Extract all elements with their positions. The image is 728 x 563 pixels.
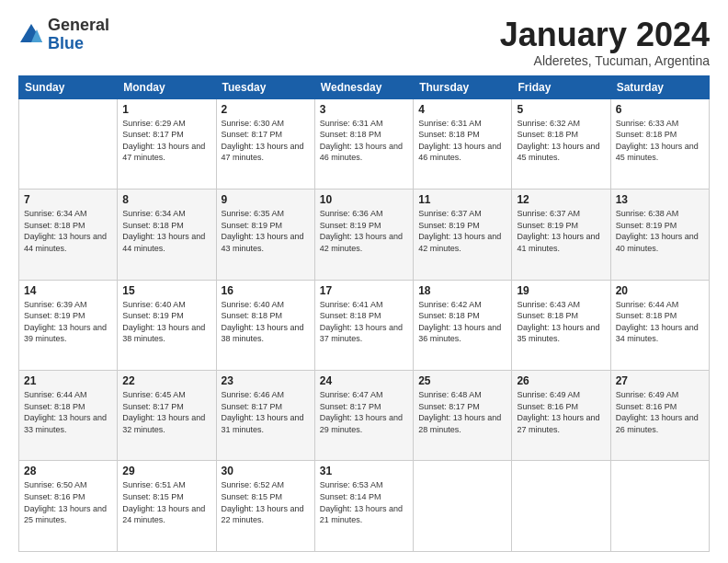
calendar-cell: 29Sunrise: 6:51 AMSunset: 8:15 PMDayligh… [118, 461, 216, 552]
sunset-text: Sunset: 8:18 PM [24, 221, 85, 230]
sunrise-text: Sunrise: 6:53 AM [320, 480, 383, 489]
calendar-cell: 5Sunrise: 6:32 AMSunset: 8:18 PMDaylight… [512, 98, 610, 189]
calendar-cell: 17Sunrise: 6:41 AMSunset: 8:18 PMDayligh… [314, 280, 413, 370]
calendar-cell: 23Sunrise: 6:46 AMSunset: 8:17 PMDayligh… [216, 371, 314, 461]
day-number: 27 [616, 374, 704, 387]
sunset-text: Sunset: 8:19 PM [517, 221, 578, 230]
day-info: Sunrise: 6:53 AMSunset: 8:14 PMDaylight:… [320, 479, 408, 525]
sunrise-text: Sunrise: 6:41 AM [320, 300, 383, 309]
day-number: 4 [418, 103, 506, 116]
calendar-week-5: 28Sunrise: 6:50 AMSunset: 8:16 PMDayligh… [19, 461, 710, 552]
calendar-header-row: Sunday Monday Tuesday Wednesday Thursday… [19, 75, 710, 98]
calendar-cell: 9Sunrise: 6:35 AMSunset: 8:19 PMDaylight… [216, 190, 314, 280]
daylight-text: Daylight: 13 hours and 45 minutes. [616, 142, 699, 163]
calendar-cell: 25Sunrise: 6:48 AMSunset: 8:17 PMDayligh… [414, 371, 512, 461]
day-info: Sunrise: 6:31 AMSunset: 8:18 PMDaylight:… [418, 118, 506, 164]
sunset-text: Sunset: 8:17 PM [122, 130, 184, 139]
day-number: 24 [320, 374, 408, 387]
sunset-text: Sunset: 8:16 PM [517, 402, 578, 411]
day-number: 31 [320, 465, 408, 477]
day-info: Sunrise: 6:47 AMSunset: 8:17 PMDaylight:… [320, 389, 408, 435]
day-info: Sunrise: 6:40 AMSunset: 8:19 PMDaylight:… [122, 299, 210, 345]
calendar-cell: 8Sunrise: 6:34 AMSunset: 8:18 PMDaylight… [118, 190, 216, 280]
calendar-week-1: 1Sunrise: 6:29 AMSunset: 8:17 PMDaylight… [19, 98, 710, 189]
daylight-text: Daylight: 13 hours and 34 minutes. [616, 323, 699, 344]
sunrise-text: Sunrise: 6:50 AM [24, 480, 87, 489]
header-thursday: Thursday [414, 75, 512, 98]
sunrise-text: Sunrise: 6:33 AM [616, 119, 679, 128]
daylight-text: Daylight: 13 hours and 24 minutes. [122, 504, 205, 525]
sunset-text: Sunset: 8:17 PM [418, 402, 480, 411]
daylight-text: Daylight: 13 hours and 47 minutes. [122, 142, 205, 163]
calendar-cell: 1Sunrise: 6:29 AMSunset: 8:17 PMDaylight… [118, 98, 216, 189]
day-number: 9 [222, 193, 310, 206]
day-number: 20 [616, 284, 704, 297]
sunrise-text: Sunrise: 6:52 AM [222, 480, 285, 489]
daylight-text: Daylight: 13 hours and 28 minutes. [418, 413, 501, 434]
daylight-text: Daylight: 13 hours and 41 minutes. [517, 232, 599, 253]
day-info: Sunrise: 6:43 AMSunset: 8:18 PMDaylight:… [517, 299, 605, 345]
day-info: Sunrise: 6:51 AMSunset: 8:15 PMDaylight:… [122, 479, 210, 525]
calendar-table: Sunday Monday Tuesday Wednesday Thursday… [18, 75, 710, 552]
month-title: January 2024 [500, 17, 710, 53]
sunrise-text: Sunrise: 6:49 AM [517, 390, 580, 399]
calendar-cell: 16Sunrise: 6:40 AMSunset: 8:18 PMDayligh… [216, 280, 314, 370]
day-number: 6 [616, 103, 704, 116]
sunrise-text: Sunrise: 6:42 AM [418, 300, 482, 309]
logo-general: General [48, 17, 109, 35]
day-number: 2 [222, 103, 310, 116]
calendar-cell: 2Sunrise: 6:30 AMSunset: 8:17 PMDaylight… [216, 98, 314, 189]
logo-text: General Blue [48, 17, 109, 53]
sunrise-text: Sunrise: 6:43 AM [517, 300, 580, 309]
daylight-text: Daylight: 13 hours and 44 minutes. [24, 232, 107, 253]
day-info: Sunrise: 6:39 AMSunset: 8:19 PMDaylight:… [24, 299, 112, 345]
day-info: Sunrise: 6:34 AMSunset: 8:18 PMDaylight:… [24, 208, 112, 254]
day-info: Sunrise: 6:45 AMSunset: 8:17 PMDaylight:… [122, 389, 210, 435]
sunrise-text: Sunrise: 6:45 AM [122, 390, 186, 399]
sunset-text: Sunset: 8:19 PM [320, 221, 381, 230]
daylight-text: Daylight: 13 hours and 22 minutes. [222, 504, 304, 525]
day-number: 15 [122, 284, 210, 297]
calendar-cell: 20Sunrise: 6:44 AMSunset: 8:18 PMDayligh… [610, 280, 709, 370]
sunrise-text: Sunrise: 6:31 AM [320, 119, 383, 128]
day-info: Sunrise: 6:44 AMSunset: 8:18 PMDaylight:… [24, 389, 112, 435]
calendar-cell: 31Sunrise: 6:53 AMSunset: 8:14 PMDayligh… [314, 461, 413, 552]
daylight-text: Daylight: 13 hours and 46 minutes. [320, 142, 403, 163]
day-info: Sunrise: 6:32 AMSunset: 8:18 PMDaylight:… [517, 118, 605, 164]
day-info: Sunrise: 6:34 AMSunset: 8:18 PMDaylight:… [122, 208, 210, 254]
daylight-text: Daylight: 13 hours and 39 minutes. [24, 323, 107, 344]
sunrise-text: Sunrise: 6:36 AM [320, 209, 383, 218]
sunset-text: Sunset: 8:16 PM [24, 492, 85, 501]
sunrise-text: Sunrise: 6:49 AM [616, 390, 679, 399]
sunset-text: Sunset: 8:16 PM [616, 402, 677, 411]
day-number: 17 [320, 284, 408, 297]
sunset-text: Sunset: 8:17 PM [122, 402, 184, 411]
header-saturday: Saturday [610, 75, 709, 98]
day-info: Sunrise: 6:29 AMSunset: 8:17 PMDaylight:… [122, 118, 210, 164]
day-info: Sunrise: 6:52 AMSunset: 8:15 PMDaylight:… [222, 479, 310, 525]
sunrise-text: Sunrise: 6:44 AM [616, 300, 679, 309]
day-info: Sunrise: 6:31 AMSunset: 8:18 PMDaylight:… [320, 118, 408, 164]
calendar-cell: 7Sunrise: 6:34 AMSunset: 8:18 PMDaylight… [19, 190, 118, 280]
day-number: 11 [418, 193, 506, 206]
day-number: 25 [418, 374, 506, 387]
calendar-week-2: 7Sunrise: 6:34 AMSunset: 8:18 PMDaylight… [19, 190, 710, 280]
calendar-cell [512, 461, 610, 552]
day-info: Sunrise: 6:44 AMSunset: 8:18 PMDaylight:… [616, 299, 704, 345]
daylight-text: Daylight: 13 hours and 26 minutes. [616, 413, 699, 434]
daylight-text: Daylight: 13 hours and 21 minutes. [320, 504, 403, 525]
sunrise-text: Sunrise: 6:39 AM [24, 300, 87, 309]
daylight-text: Daylight: 13 hours and 32 minutes. [122, 413, 205, 434]
daylight-text: Daylight: 13 hours and 40 minutes. [616, 232, 699, 253]
day-info: Sunrise: 6:50 AMSunset: 8:16 PMDaylight:… [24, 479, 112, 525]
sunrise-text: Sunrise: 6:40 AM [122, 300, 186, 309]
day-number: 23 [222, 374, 310, 387]
sunset-text: Sunset: 8:18 PM [122, 221, 184, 230]
daylight-text: Daylight: 13 hours and 36 minutes. [418, 323, 501, 344]
title-block: January 2024 Alderetes, Tucuman, Argenti… [500, 17, 710, 68]
daylight-text: Daylight: 13 hours and 33 minutes. [24, 413, 107, 434]
sunset-text: Sunset: 8:19 PM [616, 221, 677, 230]
calendar-cell [414, 461, 512, 552]
header-tuesday: Tuesday [216, 75, 314, 98]
sunrise-text: Sunrise: 6:38 AM [616, 209, 679, 218]
